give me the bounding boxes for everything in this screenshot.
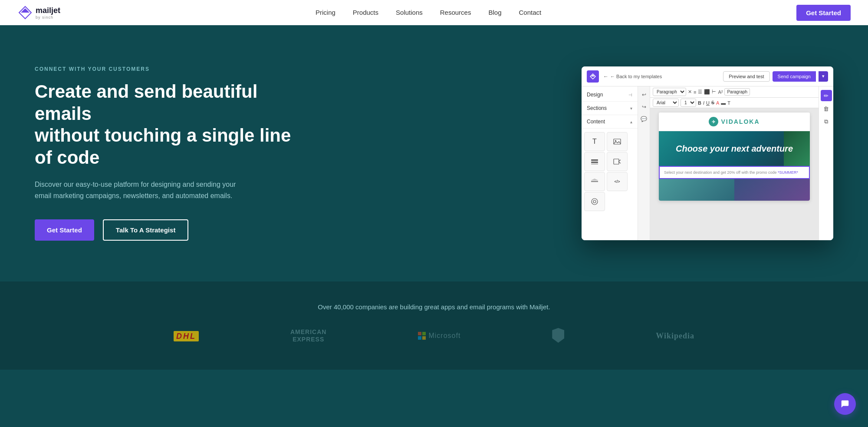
nav-blog[interactable]: Blog: [488, 9, 501, 16]
email-text-section: Select your next destination and get 20%…: [659, 166, 810, 179]
logo-icon: [17, 5, 33, 20]
editor-left-mini: ↩ ↪ 💬: [638, 86, 650, 240]
image-button-icon: [613, 138, 621, 146]
email-hero-image: Choose your next adventure: [659, 131, 810, 166]
editor-canvas: Paragraph ✕ ≡ ☰ ⬛ ⊢ A² Paragraph Arial: [650, 86, 819, 240]
tool-row-2: [584, 152, 635, 171]
nav-get-started-button[interactable]: Get Started: [796, 5, 851, 21]
svg-marker-11: [591, 179, 598, 181]
svg-rect-6: [591, 159, 598, 161]
brands-tagline: Over 40,000 companies are building great…: [26, 303, 842, 311]
underline-button[interactable]: U: [706, 100, 710, 106]
amex-text: AMERICANEXPRESS: [290, 328, 326, 343]
preview-and-test-button[interactable]: Preview and test: [723, 71, 769, 82]
nhl-shield-icon: [552, 328, 564, 343]
align-left-icon[interactable]: ⬛: [704, 89, 710, 95]
dhl-logo: DHL: [174, 331, 199, 341]
brands-section: Over 40,000 companies are building great…: [0, 281, 868, 370]
delete-right-button[interactable]: 🗑: [821, 103, 832, 114]
svg-point-13: [593, 200, 596, 203]
hero-eyebrow: CONNECT WITH YOUR CUSTOMERS: [35, 66, 295, 72]
divider-icon: [591, 178, 598, 185]
font-size-select[interactable]: 14: [681, 99, 696, 107]
email-hero-text: Choose your next adventure: [676, 144, 793, 154]
editor-mockup: ← ← Back to my templates Preview and tes…: [582, 66, 833, 240]
amex-logo: AMERICANEXPRESS: [290, 328, 326, 343]
email-thumbnail-2: [734, 179, 810, 201]
mailjet-icon: [589, 73, 596, 80]
microsoft-grid-icon: [418, 332, 426, 340]
svg-rect-9: [614, 159, 619, 164]
sidebar-sections[interactable]: Sections ▾: [582, 102, 638, 115]
send-campaign-dropdown-button[interactable]: ▾: [819, 71, 828, 82]
hero-right: ← ← Back to my templates Preview and tes…: [295, 66, 833, 240]
bold-button[interactable]: B: [698, 100, 701, 106]
paragraph-button[interactable]: Paragraph: [724, 88, 750, 96]
unordered-list-icon[interactable]: ☰: [698, 89, 702, 95]
hero-left: CONNECT WITH YOUR CUSTOMERS Create and s…: [35, 66, 295, 240]
svg-point-12: [592, 199, 598, 205]
hero-talk-strategist-button[interactable]: Talk To A Strategist: [103, 219, 189, 241]
italic-button[interactable]: I: [703, 100, 704, 106]
font-toolbar: Arial 14 B I U S̶ A ▬ T: [650, 98, 819, 108]
hero-description: Discover our easy-to-use platform for de…: [35, 179, 243, 202]
sidebar-design[interactable]: Design ⊣: [582, 88, 638, 102]
layout-tool-button[interactable]: [584, 152, 605, 171]
navbar: mailjet by sinch Pricing Products Soluti…: [0, 0, 868, 25]
hero-get-started-button[interactable]: Get Started: [35, 219, 94, 241]
editor-topbar-right: Preview and test Send campaign ▾: [723, 71, 828, 82]
tool-row-1: T: [584, 132, 635, 151]
nav-pricing[interactable]: Pricing: [316, 9, 335, 16]
editor-topbar: ← ← Back to my templates Preview and tes…: [582, 66, 833, 86]
microsoft-logo: Microsoft: [418, 332, 460, 340]
dhl-text: DHL: [174, 331, 199, 341]
html-tool-button[interactable]: </>: [607, 172, 628, 191]
divider-tool-button[interactable]: [584, 172, 605, 191]
sidebar-content[interactable]: Content ▴: [582, 115, 638, 129]
content-caret-icon: ▴: [630, 119, 632, 124]
comment-button[interactable]: 💬: [639, 114, 649, 124]
image-button-tool[interactable]: [607, 132, 628, 151]
highlight-icon[interactable]: ▬: [721, 100, 726, 106]
indent-icon[interactable]: ⊢: [712, 89, 716, 95]
ordered-list-icon[interactable]: ≡: [694, 89, 696, 95]
social-tool-button[interactable]: [584, 192, 605, 211]
back-link[interactable]: ← ← Back to my templates: [603, 73, 662, 79]
video-icon: [613, 158, 621, 166]
editor-body: Design ⊣ Sections ▾ Content ▴ T: [582, 86, 833, 240]
edit-right-button[interactable]: ✏: [821, 90, 832, 101]
paragraph-style-select[interactable]: Paragraph: [653, 88, 686, 96]
strikethrough-button[interactable]: S̶: [711, 100, 714, 106]
social-icon: [591, 198, 598, 205]
font-color-icon[interactable]: A: [716, 100, 719, 106]
sidebar-tools: T: [582, 129, 638, 215]
nav-products[interactable]: Products: [353, 9, 378, 16]
svg-rect-4: [614, 139, 621, 144]
logo[interactable]: mailjet by sinch: [17, 5, 60, 20]
email-images-row: [659, 179, 810, 201]
superscript-icon[interactable]: A²: [718, 89, 723, 95]
send-campaign-button[interactable]: Send campaign: [773, 71, 816, 82]
svg-rect-8: [591, 164, 598, 164]
nav-contact[interactable]: Contact: [519, 9, 541, 16]
text-tool-button[interactable]: T: [584, 132, 605, 151]
clear-format-icon[interactable]: ✕: [688, 89, 692, 95]
email-thumbnail-1: [659, 179, 734, 201]
video-tool-button[interactable]: [607, 152, 628, 171]
text-effects-icon[interactable]: T: [727, 100, 730, 106]
editor-logo[interactable]: [587, 70, 599, 83]
logo-text: mailjet by sinch: [36, 6, 60, 20]
nav-solutions[interactable]: Solutions: [396, 9, 423, 16]
svg-rect-7: [591, 162, 598, 163]
redo-button[interactable]: ↪: [639, 102, 649, 112]
copy-right-button[interactable]: ⧉: [821, 116, 832, 127]
svg-point-5: [615, 140, 616, 142]
hero-title: Create and send beautiful emails without…: [35, 81, 295, 169]
font-select[interactable]: Arial: [653, 99, 679, 107]
nhl-logo: [552, 328, 564, 344]
undo-button[interactable]: ↩: [639, 90, 649, 99]
nav-resources[interactable]: Resources: [440, 9, 471, 16]
wikipedia-logo: Wikipedia: [656, 331, 694, 341]
tool-row-3: </>: [584, 172, 635, 191]
hero-buttons: Get Started Talk To A Strategist: [35, 219, 295, 241]
